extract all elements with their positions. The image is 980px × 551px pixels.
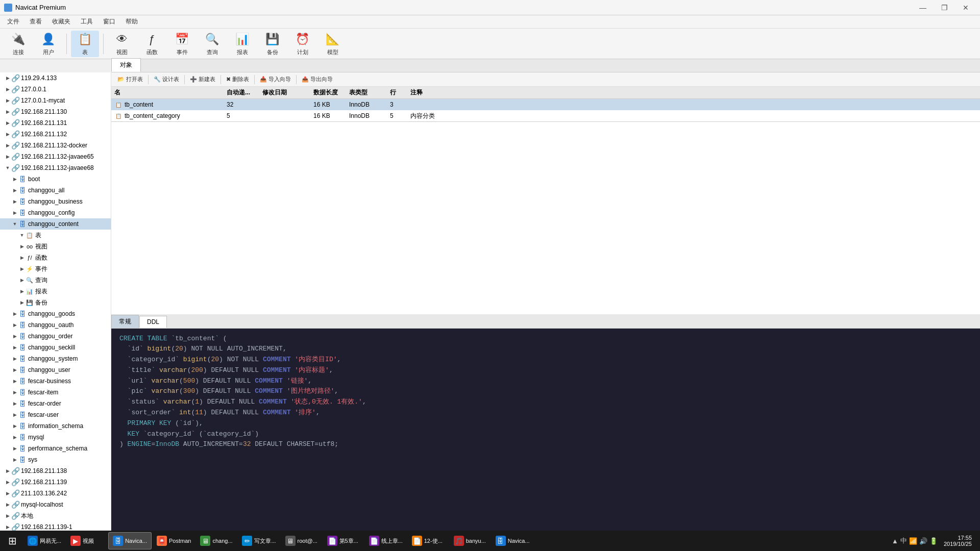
expand-icon-23[interactable]: ▶: [11, 333, 18, 340]
taskbar-item-online[interactable]: 📄 线上章...: [365, 532, 407, 549]
expand-icon-32[interactable]: ▶: [11, 434, 18, 441]
toolbar-btn-表[interactable]: 📋表: [71, 31, 99, 57]
sidebar-item-30[interactable]: ▶🗄fescar-user: [0, 409, 111, 420]
sidebar-item-27[interactable]: ▶🗄fescar-business: [0, 375, 111, 387]
menu-item-查看[interactable]: 查看: [24, 16, 47, 27]
expand-icon-40[interactable]: ▶: [4, 523, 11, 531]
expand-icon-21[interactable]: ▶: [11, 310, 18, 317]
menu-item-文件[interactable]: 文件: [2, 16, 24, 27]
menu-item-帮助[interactable]: 帮助: [120, 16, 143, 27]
sidebar-item-26[interactable]: ▶🗄changgou_user: [0, 364, 111, 375]
new-table-button[interactable]: ➕ 新建表: [187, 74, 218, 84]
sidebar-item-31[interactable]: ▶🗄information_schema: [0, 420, 111, 432]
sidebar-item-15[interactable]: ▶oo视图: [0, 241, 111, 252]
expand-icon-11[interactable]: ▶: [11, 198, 18, 205]
sidebar-item-29[interactable]: ▶🗄fescar-order: [0, 398, 111, 409]
table-row-0[interactable]: 📋tb_content 32 16 KB InnoDB 3: [111, 99, 980, 110]
minimize-button[interactable]: —: [913, 0, 933, 15]
sidebar-item-36[interactable]: ▶🔗192.168.211.139: [0, 477, 111, 488]
close-button[interactable]: ✕: [955, 0, 976, 15]
sidebar-item-1[interactable]: ▶🔗127.0.0.1: [0, 84, 111, 95]
expand-icon-24[interactable]: ▶: [11, 344, 18, 351]
expand-icon-34[interactable]: ▶: [11, 456, 18, 463]
table-row-1[interactable]: 📋tb_content_category 5 16 KB InnoDB 5 内容…: [111, 110, 980, 121]
sidebar-item-4[interactable]: ▶🔗192.168.211.131: [0, 117, 111, 129]
expand-icon-37[interactable]: ▶: [4, 490, 11, 497]
expand-icon-7[interactable]: ▶: [4, 153, 11, 160]
expand-icon-26[interactable]: ▶: [11, 366, 18, 373]
expand-icon-17[interactable]: ▶: [18, 265, 26, 272]
sidebar-item-21[interactable]: ▶🗄changgou_goods: [0, 308, 111, 319]
taskbar-item-write[interactable]: ✏ 写文章...: [238, 532, 280, 549]
expand-icon-4[interactable]: ▶: [4, 119, 11, 127]
expand-icon-30[interactable]: ▶: [11, 411, 18, 418]
toolbar-btn-函数[interactable]: ƒ函数: [138, 31, 166, 57]
open-table-button[interactable]: 📂 打开表: [114, 74, 146, 84]
expand-icon-3[interactable]: ▶: [4, 108, 11, 115]
sidebar-item-37[interactable]: ▶🔗211.103.136.242: [0, 488, 111, 499]
sidebar-item-9[interactable]: ▶🗄boot: [0, 173, 111, 185]
expand-icon-5[interactable]: ▶: [4, 131, 11, 138]
taskbar-item-browser[interactable]: 🌐 网易无...: [23, 532, 65, 549]
toolbar-btn-计划[interactable]: ⏰计划: [288, 31, 316, 57]
sidebar-item-12[interactable]: ▶🗄changgou_config: [0, 207, 111, 218]
toolbar-btn-视图[interactable]: 👁视图: [108, 31, 136, 57]
sidebar-item-5[interactable]: ▶🔗192.168.211.132: [0, 129, 111, 140]
sidebar-item-17[interactable]: ▶⚡事件: [0, 263, 111, 274]
sidebar-item-20[interactable]: ▶💾备份: [0, 297, 111, 308]
menu-item-工具[interactable]: 工具: [76, 16, 98, 27]
expand-icon-8[interactable]: ▼: [4, 164, 11, 171]
ddl-tab-normal[interactable]: 常规: [111, 315, 139, 328]
toolbar-btn-用户[interactable]: 👤用户: [34, 31, 62, 57]
sidebar-item-10[interactable]: ▶🗄changgou_all: [0, 185, 111, 196]
expand-icon-1[interactable]: ▶: [4, 86, 11, 93]
sidebar-item-35[interactable]: ▶🔗192.168.211.138: [0, 465, 111, 477]
taskbar-item-navicat2[interactable]: 🗄 Navica...: [492, 532, 534, 549]
expand-icon-2[interactable]: ▶: [4, 97, 11, 104]
taskbar-item-ch5[interactable]: 📄 第5章...: [323, 532, 364, 549]
sidebar-item-16[interactable]: ▶ƒ/函数: [0, 252, 111, 263]
taskbar-item-root[interactable]: 🖥 root@...: [281, 532, 322, 549]
delete-table-button[interactable]: ✖ 删除表: [223, 74, 252, 84]
start-button[interactable]: ⊞: [2, 532, 22, 549]
expand-icon-36[interactable]: ▶: [4, 479, 11, 486]
taskbar-item-music[interactable]: 🎵 banyu...: [450, 532, 491, 549]
sidebar-item-33[interactable]: ▶🗄performance_schema: [0, 443, 111, 454]
expand-icon-38[interactable]: ▶: [4, 501, 11, 508]
toolbar-btn-模型[interactable]: 📐模型: [318, 31, 347, 57]
ddl-tab-ddl[interactable]: DDL: [139, 316, 167, 328]
expand-icon-14[interactable]: ▼: [18, 232, 26, 239]
expand-icon-15[interactable]: ▶: [18, 243, 26, 250]
sidebar-item-3[interactable]: ▶🔗192.168.211.130: [0, 106, 111, 117]
expand-icon-39[interactable]: ▶: [4, 512, 11, 519]
expand-icon-6[interactable]: ▶: [4, 142, 11, 149]
expand-icon-27[interactable]: ▶: [11, 378, 18, 385]
expand-icon-33[interactable]: ▶: [11, 445, 18, 452]
sidebar-item-19[interactable]: ▶📊报表: [0, 286, 111, 297]
expand-icon-18[interactable]: ▶: [18, 277, 26, 284]
sidebar-item-23[interactable]: ▶🗄changgou_order: [0, 331, 111, 342]
sidebar-item-25[interactable]: ▶🗄changgou_system: [0, 353, 111, 364]
toolbar-btn-查询[interactable]: 🔍查询: [198, 31, 226, 57]
sidebar-item-7[interactable]: ▶🔗192.168.211.132-javaee65: [0, 151, 111, 162]
sidebar-item-28[interactable]: ▶🗄fescar-item: [0, 387, 111, 398]
expand-icon-19[interactable]: ▶: [18, 288, 26, 295]
sidebar-item-6[interactable]: ▶🔗192.168.211.132-docker: [0, 140, 111, 151]
sidebar-item-32[interactable]: ▶🗄mysql: [0, 432, 111, 443]
sidebar-item-14[interactable]: ▼📋表: [0, 230, 111, 241]
tab-object[interactable]: 对象: [111, 58, 141, 72]
toolbar-btn-备份[interactable]: 💾备份: [258, 31, 286, 57]
sidebar-item-8[interactable]: ▼🔗192.168.211.132-javaee68: [0, 162, 111, 173]
expand-icon-10[interactable]: ▶: [11, 187, 18, 194]
expand-icon-9[interactable]: ▶: [11, 176, 18, 183]
sidebar-item-2[interactable]: ▶🔗127.0.0.1-mycat: [0, 95, 111, 106]
taskbar-item-postman[interactable]: 📮 Postman: [153, 532, 195, 549]
restore-button[interactable]: ❐: [934, 0, 954, 15]
sidebar-item-0[interactable]: ▶🔗119.29.4.133: [0, 72, 111, 84]
expand-icon-22[interactable]: ▶: [11, 321, 18, 329]
sidebar-item-24[interactable]: ▶🗄changgou_seckill: [0, 342, 111, 353]
sidebar-item-34[interactable]: ▶🗄sys: [0, 454, 111, 465]
toolbar-btn-事件[interactable]: 📅事件: [168, 31, 196, 57]
expand-icon-25[interactable]: ▶: [11, 355, 18, 362]
sidebar-item-22[interactable]: ▶🗄changgou_oauth: [0, 319, 111, 331]
